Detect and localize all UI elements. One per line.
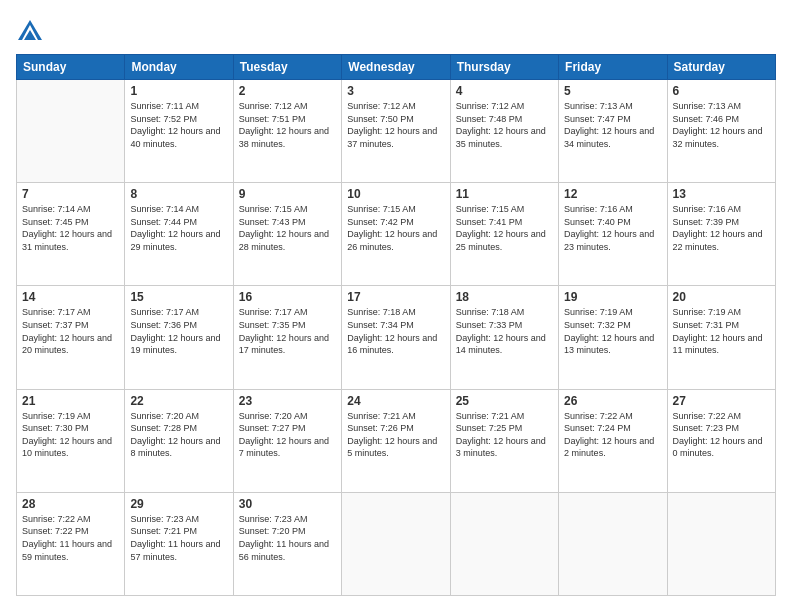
calendar-day-cell: 29Sunrise: 7:23 AMSunset: 7:21 PMDayligh… (125, 492, 233, 595)
day-info: Sunrise: 7:14 AMSunset: 7:44 PMDaylight:… (130, 203, 227, 253)
day-number: 9 (239, 187, 336, 201)
calendar-day-cell: 23Sunrise: 7:20 AMSunset: 7:27 PMDayligh… (233, 389, 341, 492)
calendar-day-cell: 17Sunrise: 7:18 AMSunset: 7:34 PMDayligh… (342, 286, 450, 389)
day-number: 10 (347, 187, 444, 201)
day-number: 19 (564, 290, 661, 304)
day-info: Sunrise: 7:20 AMSunset: 7:27 PMDaylight:… (239, 410, 336, 460)
calendar-week-row: 7Sunrise: 7:14 AMSunset: 7:45 PMDaylight… (17, 183, 776, 286)
calendar-table: SundayMondayTuesdayWednesdayThursdayFrid… (16, 54, 776, 596)
day-info: Sunrise: 7:15 AMSunset: 7:42 PMDaylight:… (347, 203, 444, 253)
calendar-day-header: Monday (125, 55, 233, 80)
calendar-day-cell: 13Sunrise: 7:16 AMSunset: 7:39 PMDayligh… (667, 183, 775, 286)
calendar-day-cell (450, 492, 558, 595)
day-info: Sunrise: 7:12 AMSunset: 7:50 PMDaylight:… (347, 100, 444, 150)
calendar-week-row: 21Sunrise: 7:19 AMSunset: 7:30 PMDayligh… (17, 389, 776, 492)
day-number: 21 (22, 394, 119, 408)
day-info: Sunrise: 7:22 AMSunset: 7:24 PMDaylight:… (564, 410, 661, 460)
day-number: 25 (456, 394, 553, 408)
day-number: 18 (456, 290, 553, 304)
calendar-day-cell: 2Sunrise: 7:12 AMSunset: 7:51 PMDaylight… (233, 80, 341, 183)
day-info: Sunrise: 7:17 AMSunset: 7:36 PMDaylight:… (130, 306, 227, 356)
calendar-day-cell: 3Sunrise: 7:12 AMSunset: 7:50 PMDaylight… (342, 80, 450, 183)
calendar-day-header: Friday (559, 55, 667, 80)
calendar-day-cell (559, 492, 667, 595)
calendar-day-cell: 26Sunrise: 7:22 AMSunset: 7:24 PMDayligh… (559, 389, 667, 492)
day-number: 12 (564, 187, 661, 201)
calendar-day-cell: 21Sunrise: 7:19 AMSunset: 7:30 PMDayligh… (17, 389, 125, 492)
calendar-day-cell (342, 492, 450, 595)
day-info: Sunrise: 7:13 AMSunset: 7:46 PMDaylight:… (673, 100, 770, 150)
day-info: Sunrise: 7:16 AMSunset: 7:39 PMDaylight:… (673, 203, 770, 253)
day-info: Sunrise: 7:19 AMSunset: 7:30 PMDaylight:… (22, 410, 119, 460)
day-number: 20 (673, 290, 770, 304)
day-number: 27 (673, 394, 770, 408)
day-info: Sunrise: 7:21 AMSunset: 7:26 PMDaylight:… (347, 410, 444, 460)
calendar-week-row: 28Sunrise: 7:22 AMSunset: 7:22 PMDayligh… (17, 492, 776, 595)
day-info: Sunrise: 7:23 AMSunset: 7:21 PMDaylight:… (130, 513, 227, 563)
day-number: 17 (347, 290, 444, 304)
calendar-day-cell: 8Sunrise: 7:14 AMSunset: 7:44 PMDaylight… (125, 183, 233, 286)
day-info: Sunrise: 7:15 AMSunset: 7:43 PMDaylight:… (239, 203, 336, 253)
calendar-header-row: SundayMondayTuesdayWednesdayThursdayFrid… (17, 55, 776, 80)
day-number: 29 (130, 497, 227, 511)
calendar-day-cell: 6Sunrise: 7:13 AMSunset: 7:46 PMDaylight… (667, 80, 775, 183)
day-info: Sunrise: 7:18 AMSunset: 7:34 PMDaylight:… (347, 306, 444, 356)
day-info: Sunrise: 7:17 AMSunset: 7:37 PMDaylight:… (22, 306, 119, 356)
calendar-day-cell: 11Sunrise: 7:15 AMSunset: 7:41 PMDayligh… (450, 183, 558, 286)
day-info: Sunrise: 7:17 AMSunset: 7:35 PMDaylight:… (239, 306, 336, 356)
logo-icon (16, 16, 44, 44)
day-number: 2 (239, 84, 336, 98)
calendar-day-header: Saturday (667, 55, 775, 80)
day-number: 15 (130, 290, 227, 304)
day-info: Sunrise: 7:12 AMSunset: 7:48 PMDaylight:… (456, 100, 553, 150)
day-info: Sunrise: 7:18 AMSunset: 7:33 PMDaylight:… (456, 306, 553, 356)
header (16, 16, 776, 44)
calendar-day-cell: 7Sunrise: 7:14 AMSunset: 7:45 PMDaylight… (17, 183, 125, 286)
day-number: 4 (456, 84, 553, 98)
day-number: 13 (673, 187, 770, 201)
calendar-page: SundayMondayTuesdayWednesdayThursdayFrid… (0, 0, 792, 612)
calendar-day-cell: 15Sunrise: 7:17 AMSunset: 7:36 PMDayligh… (125, 286, 233, 389)
calendar-day-cell (17, 80, 125, 183)
day-number: 28 (22, 497, 119, 511)
day-info: Sunrise: 7:14 AMSunset: 7:45 PMDaylight:… (22, 203, 119, 253)
calendar-week-row: 1Sunrise: 7:11 AMSunset: 7:52 PMDaylight… (17, 80, 776, 183)
day-info: Sunrise: 7:11 AMSunset: 7:52 PMDaylight:… (130, 100, 227, 150)
calendar-day-cell: 28Sunrise: 7:22 AMSunset: 7:22 PMDayligh… (17, 492, 125, 595)
calendar-day-cell: 22Sunrise: 7:20 AMSunset: 7:28 PMDayligh… (125, 389, 233, 492)
calendar-day-cell: 20Sunrise: 7:19 AMSunset: 7:31 PMDayligh… (667, 286, 775, 389)
day-info: Sunrise: 7:23 AMSunset: 7:20 PMDaylight:… (239, 513, 336, 563)
calendar-day-cell: 9Sunrise: 7:15 AMSunset: 7:43 PMDaylight… (233, 183, 341, 286)
calendar-day-header: Thursday (450, 55, 558, 80)
calendar-day-cell: 4Sunrise: 7:12 AMSunset: 7:48 PMDaylight… (450, 80, 558, 183)
logo (16, 16, 48, 44)
day-info: Sunrise: 7:20 AMSunset: 7:28 PMDaylight:… (130, 410, 227, 460)
day-number: 1 (130, 84, 227, 98)
day-number: 6 (673, 84, 770, 98)
day-info: Sunrise: 7:15 AMSunset: 7:41 PMDaylight:… (456, 203, 553, 253)
calendar-day-cell: 10Sunrise: 7:15 AMSunset: 7:42 PMDayligh… (342, 183, 450, 286)
day-info: Sunrise: 7:16 AMSunset: 7:40 PMDaylight:… (564, 203, 661, 253)
day-number: 3 (347, 84, 444, 98)
calendar-day-header: Tuesday (233, 55, 341, 80)
calendar-day-header: Sunday (17, 55, 125, 80)
day-number: 26 (564, 394, 661, 408)
calendar-day-cell: 27Sunrise: 7:22 AMSunset: 7:23 PMDayligh… (667, 389, 775, 492)
day-info: Sunrise: 7:19 AMSunset: 7:32 PMDaylight:… (564, 306, 661, 356)
calendar-day-cell: 12Sunrise: 7:16 AMSunset: 7:40 PMDayligh… (559, 183, 667, 286)
calendar-day-header: Wednesday (342, 55, 450, 80)
day-info: Sunrise: 7:21 AMSunset: 7:25 PMDaylight:… (456, 410, 553, 460)
day-number: 23 (239, 394, 336, 408)
day-number: 16 (239, 290, 336, 304)
calendar-day-cell: 25Sunrise: 7:21 AMSunset: 7:25 PMDayligh… (450, 389, 558, 492)
calendar-day-cell: 18Sunrise: 7:18 AMSunset: 7:33 PMDayligh… (450, 286, 558, 389)
day-info: Sunrise: 7:13 AMSunset: 7:47 PMDaylight:… (564, 100, 661, 150)
day-info: Sunrise: 7:22 AMSunset: 7:22 PMDaylight:… (22, 513, 119, 563)
day-info: Sunrise: 7:19 AMSunset: 7:31 PMDaylight:… (673, 306, 770, 356)
day-info: Sunrise: 7:22 AMSunset: 7:23 PMDaylight:… (673, 410, 770, 460)
calendar-day-cell: 19Sunrise: 7:19 AMSunset: 7:32 PMDayligh… (559, 286, 667, 389)
day-number: 8 (130, 187, 227, 201)
day-number: 5 (564, 84, 661, 98)
day-number: 14 (22, 290, 119, 304)
day-number: 22 (130, 394, 227, 408)
